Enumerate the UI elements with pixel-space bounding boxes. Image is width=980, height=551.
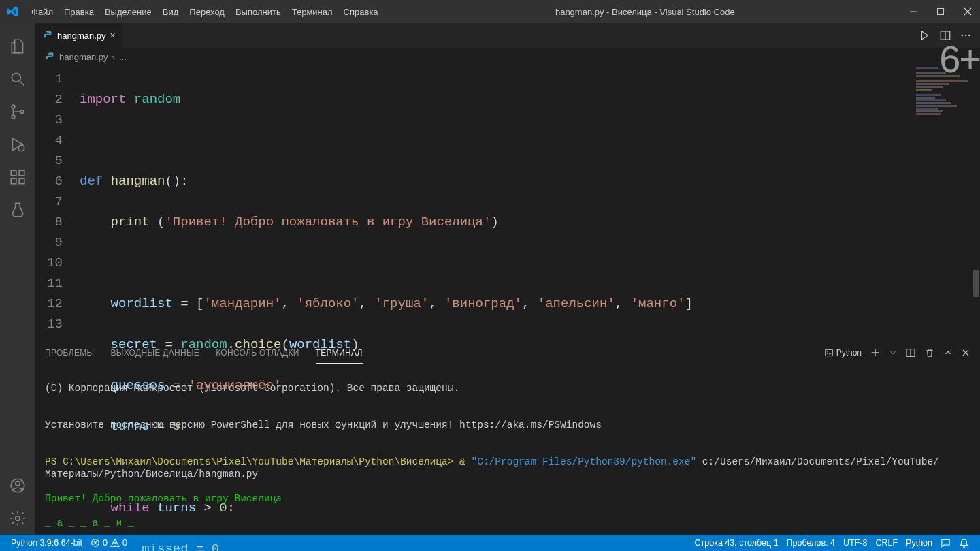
activity-bar <box>0 23 35 535</box>
more-actions-icon[interactable] <box>960 29 972 42</box>
svg-point-3 <box>12 105 15 108</box>
maximize-button[interactable] <box>934 5 947 18</box>
editor-actions <box>919 29 980 42</box>
code-content[interactable]: import random def hangman(): print ('При… <box>80 65 980 341</box>
minimize-button[interactable] <box>906 5 920 18</box>
minimap[interactable] <box>916 67 970 121</box>
svg-rect-1 <box>938 9 944 15</box>
testing-icon[interactable] <box>1 193 34 226</box>
status-python-version[interactable]: Python 3.9.6 64-bit <box>7 538 86 548</box>
editor-area: 6+ hangman.py × <box>35 23 980 535</box>
window-controls <box>906 5 975 18</box>
menu-run[interactable]: Выполнить <box>230 3 287 21</box>
menu-file[interactable]: Файл <box>26 3 59 21</box>
svg-rect-7 <box>11 170 16 176</box>
vscode-logo-icon <box>7 5 19 18</box>
settings-gear-icon[interactable] <box>1 502 34 535</box>
tab-close-icon[interactable]: × <box>110 30 116 41</box>
menu-view[interactable]: Вид <box>157 3 184 21</box>
run-file-icon[interactable] <box>919 29 931 42</box>
extensions-icon[interactable] <box>1 161 34 193</box>
window-title: hangman.py - Виселица - Visual Studio Co… <box>384 7 906 17</box>
svg-point-5 <box>20 110 24 114</box>
accounts-icon[interactable] <box>1 469 34 502</box>
source-control-icon[interactable] <box>1 95 34 128</box>
svg-point-15 <box>961 35 963 37</box>
main-area: 6+ hangman.py × <box>0 23 980 535</box>
run-debug-icon[interactable] <box>1 128 34 161</box>
menu-selection[interactable]: Выделение <box>99 3 157 21</box>
explorer-icon[interactable] <box>1 30 34 63</box>
split-editor-icon[interactable] <box>939 29 951 42</box>
menu-go[interactable]: Переход <box>184 3 230 21</box>
python-file-icon <box>42 30 53 41</box>
svg-point-12 <box>16 482 20 486</box>
breadcrumb-symbol: ... <box>119 52 127 62</box>
menu-bar: Файл Правка Выделение Вид Переход Выполн… <box>26 3 384 21</box>
svg-point-17 <box>968 35 970 37</box>
svg-point-6 <box>18 145 24 151</box>
tab-filename: hangman.py <box>57 31 106 41</box>
breadcrumb-separator: › <box>112 52 115 62</box>
menu-terminal[interactable]: Терминал <box>287 3 338 21</box>
title-bar: Файл Правка Выделение Вид Переход Выполн… <box>0 0 980 23</box>
svg-rect-9 <box>19 178 24 184</box>
svg-rect-8 <box>11 178 16 184</box>
svg-point-13 <box>16 516 20 521</box>
close-button[interactable] <box>961 5 975 18</box>
vertical-scrollbar[interactable] <box>972 65 980 341</box>
svg-point-2 <box>12 73 20 82</box>
breadcrumb-file: hangman.py <box>59 52 108 62</box>
breadcrumb[interactable]: hangman.py › ... <box>35 48 980 65</box>
menu-help[interactable]: Справка <box>338 3 384 21</box>
code-editor[interactable]: 1 2 3 4 5 6 7 8 9 10 11 12 13 import ran… <box>35 65 980 341</box>
line-numbers: 1 2 3 4 5 6 7 8 9 10 11 12 13 <box>35 65 80 341</box>
python-file-icon <box>45 52 55 62</box>
svg-point-16 <box>965 35 967 37</box>
editor-tabs: hangman.py × <box>35 23 980 48</box>
svg-rect-0 <box>910 12 917 12</box>
svg-point-4 <box>12 115 15 119</box>
svg-rect-10 <box>19 170 24 176</box>
scrollbar-thumb[interactable] <box>973 270 979 297</box>
menu-edit[interactable]: Правка <box>59 3 99 21</box>
search-icon[interactable] <box>1 63 34 95</box>
editor-tab-hangman[interactable]: hangman.py × <box>35 23 123 48</box>
